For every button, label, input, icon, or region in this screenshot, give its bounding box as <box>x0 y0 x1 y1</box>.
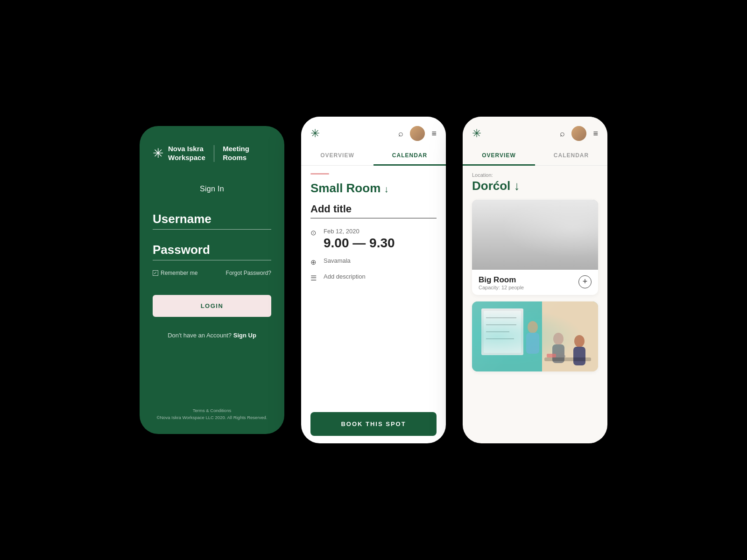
username-field[interactable] <box>153 208 271 230</box>
overview-avatar[interactable] <box>571 126 586 141</box>
svg-rect-8 <box>554 241 568 257</box>
svg-point-2 <box>498 242 572 260</box>
svg-point-24 <box>574 335 585 347</box>
description-icon: ☰ <box>310 274 319 282</box>
location-dropdown-icon: ↓ <box>514 179 520 193</box>
overview-content: Location: Dorćol ↓ <box>463 166 607 444</box>
login-button[interactable]: LOGIN <box>153 295 271 317</box>
booking-time: 9.00 — 9.30 <box>324 236 395 251</box>
signup-prompt: Don't have an Account? Sign Up <box>168 332 256 339</box>
avatar-image <box>410 126 425 141</box>
login-footer: Terms & Conditions ©Nova Iskra Workspace… <box>156 407 267 421</box>
svg-point-7 <box>555 228 566 241</box>
room-title[interactable]: Small Room ↓ <box>310 181 437 196</box>
remember-me-label: Remember me <box>161 270 197 276</box>
room-card-info-big: Big Room Capacity: 12 people + <box>472 270 598 295</box>
svg-rect-21 <box>526 333 539 354</box>
svg-rect-4 <box>502 241 516 257</box>
login-extras: ✓ Remember me Forgot Password? <box>153 270 271 276</box>
description-placeholder: Add description <box>324 273 366 280</box>
phone-booking: ✳ ⌕ ≡ OVERVIEW CALENDAR Small Room ↓ Add… <box>301 117 446 443</box>
big-room-name: Big Room <box>479 275 524 285</box>
svg-rect-28 <box>558 355 565 357</box>
svg-point-20 <box>528 321 538 333</box>
location-row: ⊕ Savamala <box>310 257 437 266</box>
logo: ✳ Nova IskraWorkspace MeetingRooms <box>153 145 271 162</box>
overview-header: ✳ ⌕ ≡ <box>463 117 607 147</box>
svg-rect-13 <box>472 301 542 371</box>
booking-tabs: OVERVIEW CALENDAR <box>301 147 446 166</box>
svg-point-22 <box>553 333 564 345</box>
room-image-meeting1 <box>472 200 598 270</box>
location-icon: ⊕ <box>310 258 319 266</box>
header-star-icon: ✳ <box>310 127 320 140</box>
dropdown-arrow-icon: ↓ <box>384 184 388 194</box>
svg-point-10 <box>550 261 571 269</box>
room-card-big: Big Room Capacity: 12 people + <box>472 200 598 295</box>
tab-overview-active[interactable]: OVERVIEW <box>463 147 535 166</box>
logo-star-icon: ✳ <box>153 147 163 160</box>
booking-header: ✳ ⌕ ≡ <box>301 117 446 147</box>
svg-rect-25 <box>573 347 585 365</box>
tab-calendar[interactable]: CALENDAR <box>374 147 446 166</box>
svg-rect-23 <box>552 344 564 363</box>
svg-rect-1 <box>472 237 598 270</box>
scene: ✳ Nova IskraWorkspace MeetingRooms Sign … <box>121 89 626 471</box>
location-label: Savamala <box>324 257 351 264</box>
overview-search-icon[interactable]: ⌕ <box>560 129 565 139</box>
password-field[interactable] <box>153 239 271 260</box>
overview-header-icons: ⌕ ≡ <box>560 126 598 141</box>
svg-rect-15 <box>484 311 521 353</box>
add-title-field[interactable]: Add title <box>310 203 437 218</box>
booking-content: Small Room ↓ Add title ⊙ Feb 12, 2020 9.… <box>301 166 446 444</box>
svg-rect-27 <box>547 354 556 357</box>
phone-login: ✳ Nova IskraWorkspace MeetingRooms Sign … <box>140 126 284 434</box>
date-row: ⊙ Feb 12, 2020 9.00 — 9.30 <box>310 228 437 251</box>
overview-tabs: OVERVIEW CALENDAR <box>463 147 607 166</box>
location-title[interactable]: Dorćol ↓ <box>472 179 598 193</box>
room-card-small <box>472 301 598 371</box>
svg-rect-11 <box>481 200 500 246</box>
room-image-meeting2 <box>472 301 598 371</box>
search-icon[interactable]: ⌕ <box>398 129 403 139</box>
signup-link[interactable]: Sign Up <box>233 332 256 339</box>
book-spot-button[interactable]: BOOK THIS SPOT <box>310 412 437 436</box>
add-big-room-button[interactable]: + <box>578 275 592 288</box>
company-name: Nova IskraWorkspace <box>168 145 205 162</box>
overview-avatar-image <box>571 126 586 141</box>
product-name: MeetingRooms <box>223 145 249 162</box>
header-icons: ⌕ ≡ <box>398 126 437 141</box>
svg-point-3 <box>504 228 515 241</box>
svg-rect-6 <box>528 239 542 256</box>
overview-menu-icon[interactable]: ≡ <box>593 129 598 139</box>
sign-in-title: Sign In <box>200 185 224 193</box>
remember-checkbox[interactable]: ✓ <box>153 270 158 276</box>
tab-calendar-inactive[interactable]: CALENDAR <box>535 147 607 166</box>
svg-rect-26 <box>544 357 591 361</box>
svg-rect-14 <box>481 308 523 355</box>
menu-icon[interactable]: ≡ <box>431 129 437 139</box>
location-label: Location: <box>472 172 598 178</box>
logo-divider <box>214 145 215 162</box>
tab-overview[interactable]: OVERVIEW <box>301 147 374 166</box>
booking-date: Feb 12, 2020 <box>324 228 395 235</box>
description-row[interactable]: ☰ Add description <box>310 273 437 282</box>
svg-rect-12 <box>472 301 598 371</box>
avatar[interactable] <box>410 126 425 141</box>
svg-rect-0 <box>472 200 598 270</box>
forgot-password-link[interactable]: Forgot Password? <box>226 270 271 276</box>
overview-star-icon: ✳ <box>472 127 481 140</box>
clock-icon: ⊙ <box>310 229 319 237</box>
svg-point-5 <box>529 227 541 240</box>
accent-bar <box>310 173 329 175</box>
svg-point-9 <box>499 261 520 269</box>
phone-overview: ✳ ⌕ ≡ OVERVIEW CALENDAR Location: Dorćol… <box>463 117 607 443</box>
remember-me-row[interactable]: ✓ Remember me <box>153 270 197 276</box>
big-room-capacity: Capacity: 12 people <box>479 285 524 290</box>
